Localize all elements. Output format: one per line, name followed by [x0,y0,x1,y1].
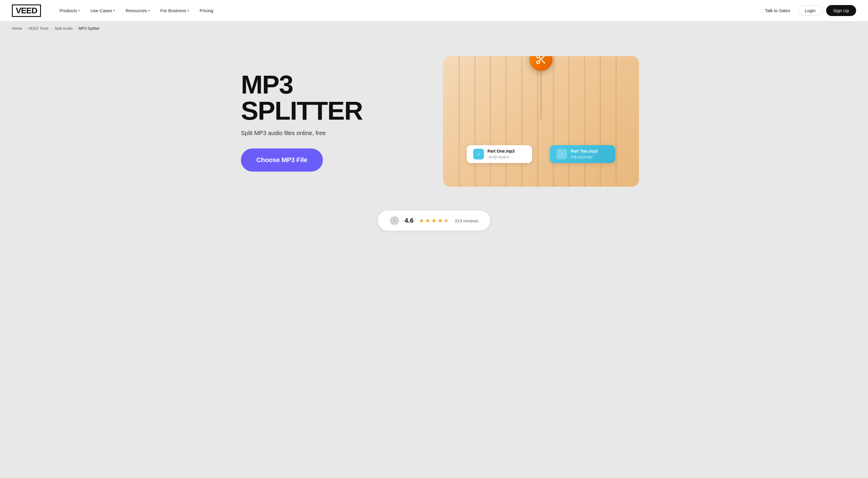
hero-subtitle: Split MP3 audio files online, free [241,130,383,136]
tape-strip [537,56,538,187]
hero-section: MP3 SPLITTER Split MP3 audio files onlin… [217,35,651,201]
breadcrumb-separator: › [51,27,52,30]
navbar: VEED Products ▾ Use Cases ▾ Resources ▾ … [0,0,868,21]
nav-use-cases[interactable]: Use Cases ▾ [86,6,119,15]
login-button[interactable]: Login [798,5,823,16]
nav-links: Products ▾ Use Cases ▾ Resources ▾ For B… [55,6,761,15]
rating-logo-icon [390,216,399,225]
svg-line-3 [542,61,545,63]
nav-pricing[interactable]: Pricing [195,6,217,15]
tape-strip [553,56,554,187]
audio-icon: ♪ [556,149,567,159]
breadcrumb-home[interactable]: Home [12,26,22,31]
tape-strip [521,56,523,187]
logo[interactable]: VEED [12,4,41,17]
chevron-down-icon: ▾ [78,9,80,12]
tape-strip [459,56,460,187]
talk-to-sales-link[interactable]: Talk to Sales [761,6,794,15]
rating-card: 4.6 ★★★★★★ 319 reviews [378,211,491,231]
tape-strip [505,56,507,187]
chevron-down-icon: ▾ [148,9,150,12]
breadcrumb-veed-tools[interactable]: VEED Tools [28,26,49,31]
breadcrumb-separator: › [25,27,26,30]
nav-products[interactable]: Products ▾ [55,6,84,15]
dashed-divider [540,71,541,119]
svg-line-4 [539,58,541,59]
audio-icon: ♪ [473,149,484,159]
tape-strip [490,56,491,187]
audio-cards-container: ♪ Part One.mp3 ♪ Part Two.mp3 [443,145,639,163]
waveform [488,155,515,159]
rating-count: 319 reviews [455,218,478,223]
tape-strip [616,56,617,187]
star-rating: ★★★★★★ [419,217,449,224]
tape-strip [600,56,601,187]
audio-card-name: Part Two.mp3 [571,149,598,154]
rating-section: 4.6 ★★★★★★ 319 reviews [0,201,868,249]
audio-card-part-two: ♪ Part Two.mp3 [550,145,615,163]
breadcrumb-mp3-splitter: MP3 Splitter [79,26,99,31]
audio-card-info: Part Two.mp3 [571,149,598,159]
tape-strip [474,56,475,187]
signup-button[interactable]: Sign Up [826,5,856,16]
waveform [571,155,598,159]
breadcrumb-separator: › [75,27,76,30]
svg-point-6 [393,219,396,222]
chevron-down-icon: ▾ [187,9,189,12]
rating-score: 4.6 [405,217,414,224]
nav-actions: Talk to Sales Login Sign Up [761,5,856,16]
breadcrumb-split-audio[interactable]: Split Audio [54,26,72,31]
nav-for-business[interactable]: For Business ▾ [156,6,193,15]
choose-mp3-button[interactable]: Choose MP3 File [241,149,323,171]
audio-card-name: Part One.mp3 [488,149,515,154]
hero-content: MP3 SPLITTER Split MP3 audio files onlin… [241,71,383,171]
tape-strip [568,56,569,187]
breadcrumb: Home › VEED Tools › Split Audio › MP3 Sp… [0,21,868,35]
illustration-background: ♪ Part One.mp3 ♪ Part Two.mp3 [443,56,639,187]
chevron-down-icon: ▾ [114,9,115,12]
nav-resources[interactable]: Resources ▾ [122,6,154,15]
audio-card-info: Part One.mp3 [488,149,515,159]
hero-title: MP3 SPLITTER [241,71,383,124]
tape-strip [584,56,585,187]
hero-illustration: ♪ Part One.mp3 ♪ Part Two.mp3 [443,56,639,187]
audio-card-part-one: ♪ Part One.mp3 [467,145,532,163]
